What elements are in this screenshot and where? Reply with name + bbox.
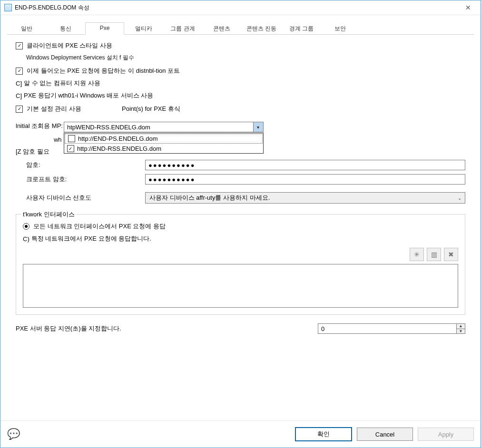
- chk-allow-incoming[interactable]: [16, 68, 23, 75]
- password-input[interactable]: ●●●●●●●●●●: [145, 160, 465, 170]
- chk-allow-incoming-label: 이제 들어오는 PXE 요청에 응답하는 이 distnbl-tion 포트: [27, 67, 180, 75]
- network-group-title: t'kwork 인터페이스: [21, 210, 77, 219]
- network-interfaces-group: t'kwork 인터페이스 모든 네트워크 인터페이스에서 PXE 요청에 응답…: [16, 214, 465, 315]
- dialog-content: 일반 통신 Pxe 멀티카 그룹 관계 콘텐츠 콘텐츠 진동 경계 그룹 보안 …: [0, 15, 481, 420]
- tab-pxe[interactable]: Pxe: [85, 22, 124, 35]
- mp-option-0-label: http://END-PS.ENDELG.dom: [78, 135, 158, 142]
- confirm-password-input[interactable]: ●●●●●●●●●●: [145, 174, 465, 185]
- radio-specific-bracket[interactable]: C): [23, 235, 29, 243]
- chk-unknown-bracket[interactable]: C]: [16, 80, 22, 87]
- ok-button[interactable]: 확인: [295, 427, 352, 441]
- chk-wds-label: PXE 응답기 wth01-i Windows 배포 서비스 사용: [24, 91, 153, 100]
- ok-button-label: 확인: [317, 430, 330, 438]
- radio-all-label: 모든 네트워크 인터페이스에서 PXE 요청에 응답: [33, 222, 166, 231]
- feedback-icon[interactable]: 💬: [7, 428, 20, 440]
- delay-numeric[interactable]: ▲ ▼: [318, 323, 465, 334]
- iface-toolbar: ✳ ▥ ✖: [23, 248, 458, 261]
- window-title: END-PS.ENDELG.DOM 속성: [15, 4, 89, 12]
- pxe-panel: 클라이언트에 PXE 스타일 사용 Windows Deployment Ser…: [7, 35, 474, 337]
- titlebar: END-PS.ENDELG.DOM 속성 ✕: [0, 0, 481, 15]
- confirm-password-value: ●●●●●●●●●●: [148, 176, 196, 183]
- delete-interface-button[interactable]: ✖: [444, 248, 458, 261]
- delay-spin-up[interactable]: ▲: [457, 324, 465, 329]
- mp-dropdown[interactable]: htpWEND-RSS.ENDELG.dom ▾ http://END-PS.E…: [64, 122, 264, 132]
- chevron-down-icon[interactable]: ⌄: [454, 193, 465, 203]
- interfaces-listbox[interactable]: [23, 264, 458, 308]
- tab-boundary[interactable]: 경계 그룹: [282, 22, 321, 35]
- app-icon: [4, 4, 12, 11]
- affinity-select[interactable]: 사용자 디바이스 affr-uty를 사용하지 마세요. ⌄: [145, 192, 465, 204]
- points-for-pxe-label: Point(s) for PXE 휴식: [122, 105, 180, 113]
- cancel-button[interactable]: Cancel: [357, 428, 413, 441]
- affinity-label: 사용자 디바이스 선호도: [26, 194, 145, 202]
- wds-required-note: Windows Deployment Services 설치 f 필수: [26, 54, 134, 62]
- tab-content[interactable]: 콘텐츠: [202, 22, 241, 35]
- close-button[interactable]: ✕: [459, 1, 478, 14]
- mp-option-1-checkbox[interactable]: [67, 145, 74, 152]
- mp-option-1[interactable]: http://END-RSS.ENDELG.dom: [64, 144, 263, 153]
- chk-enable-pxe-label: 클라이언트에 PXE 스타일 사용: [27, 41, 112, 50]
- apply-button-label: Apply: [438, 431, 454, 438]
- delay-label: PXE 서버 응답 지연(초)을 지정합니다.: [16, 324, 318, 333]
- mp-dropdown-value: htpWEND-RSS.ENDELG.dom: [67, 124, 150, 131]
- tab-security[interactable]: 보안: [321, 22, 360, 35]
- cancel-button-label: Cancel: [375, 431, 394, 438]
- affinity-value: 사용자 디바이스 affr-uty를 사용하지 마세요.: [149, 194, 270, 202]
- wh-text: wh: [54, 136, 62, 143]
- add-interface-button[interactable]: ✳: [410, 248, 424, 261]
- radio-all-interfaces[interactable]: [23, 223, 29, 230]
- confirm-label: 크로프트 암호:: [26, 175, 145, 184]
- apply-button: Apply: [418, 428, 474, 441]
- mp-label: lnitial 조회용 MP:: [16, 122, 63, 130]
- mp-option-0-checkbox[interactable]: [68, 135, 75, 142]
- mp-dropdown-list: http://END-PS.ENDELG.dom http://END-RSS.…: [64, 133, 264, 154]
- password-value: ●●●●●●●●●●: [148, 162, 196, 169]
- radio-specific-label: 특정 네트워크에서 PXE 요청에 응답합니다.: [31, 234, 151, 243]
- tab-general[interactable]: 일반: [7, 22, 46, 35]
- dialog-footer: 💬 확인 Cancel Apply: [0, 420, 481, 448]
- chk-wds-bracket[interactable]: C]: [16, 92, 22, 99]
- chk-manage-settings-label: 기본 설정 관리 사용: [27, 105, 122, 113]
- mp-option-0[interactable]: http://END-PS.ENDELG.dom: [65, 134, 263, 144]
- tab-content-val[interactable]: 콘텐츠 진동: [241, 22, 282, 35]
- dialog-window: END-PS.ENDELG.DOM 속성 ✕ 일반 통신 Pxe 멀티카 그룹 …: [0, 0, 481, 448]
- chk-manage-settings[interactable]: [16, 106, 23, 113]
- tab-strip: 일반 통신 Pxe 멀티카 그룹 관계 콘텐츠 콘텐츠 진동 경계 그룹 보안: [7, 22, 474, 35]
- tab-multicast[interactable]: 멀티카: [124, 22, 163, 35]
- chevron-down-icon[interactable]: ▾: [253, 122, 263, 132]
- mp-option-1-label: http://END-RSS.ENDELG.dom: [77, 145, 161, 152]
- password-label: 암호:: [26, 161, 145, 169]
- tab-comm[interactable]: 통신: [46, 22, 85, 35]
- delay-spin-down[interactable]: ▼: [457, 329, 465, 334]
- password-section-label: [Z 암호 필요: [16, 147, 49, 156]
- chk-unknown-label: 알 수 없는 컴퓨터 지원 사용: [24, 79, 100, 88]
- edit-interface-button[interactable]: ▥: [427, 248, 441, 261]
- delay-input[interactable]: [318, 324, 456, 333]
- chk-enable-pxe[interactable]: [16, 42, 23, 49]
- tab-group-rel[interactable]: 그룹 관계: [163, 22, 202, 35]
